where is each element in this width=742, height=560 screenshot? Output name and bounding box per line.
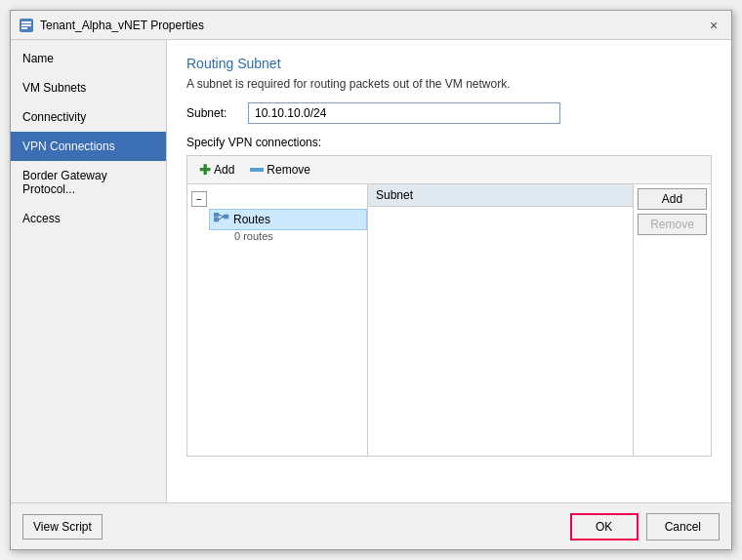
dialog-icon (19, 18, 34, 33)
svg-rect-3 (21, 27, 27, 29)
routes-node-sublabel: 0 routes (234, 230, 367, 242)
toolbar-add-label: Add (214, 163, 234, 177)
subnet-input[interactable] (248, 102, 560, 124)
sidebar-item-connectivity[interactable]: Connectivity (11, 102, 166, 132)
subnet-list-body (368, 207, 633, 456)
ok-button[interactable]: OK (570, 513, 639, 540)
subnet-panel: Subnet Add Remove (368, 184, 711, 456)
sidebar-item-vpn-connections[interactable]: VPN Connections (11, 132, 166, 161)
footer-left: View Script (22, 514, 103, 540)
subnet-field-row: Subnet: (186, 102, 712, 124)
tree-panel: − Routes 0 (187, 184, 368, 456)
footer-right: OK Cancel (570, 513, 720, 540)
tree-node-container: Routes 0 routes (209, 209, 367, 242)
toolbar-add-button[interactable]: ✚ Add (193, 160, 240, 180)
sidebar-item-border-gateway[interactable]: Border Gateway Protocol... (11, 161, 166, 204)
view-script-button[interactable]: View Script (22, 514, 103, 540)
remove-icon (250, 168, 264, 172)
svg-rect-2 (21, 24, 31, 26)
svg-line-8 (219, 217, 224, 220)
section-title: Routing Subnet (186, 56, 712, 71)
svg-rect-6 (224, 215, 228, 219)
section-desc: A subnet is required for routing packets… (186, 77, 712, 91)
content-area: Routing Subnet A subnet is required for … (167, 40, 731, 502)
title-bar: Tenant_Alpha_vNET Properties × (11, 11, 731, 40)
svg-rect-4 (214, 213, 219, 217)
routes-icon (214, 213, 229, 226)
vpn-connections-label: Specify VPN connections: (186, 136, 712, 149)
svg-rect-1 (21, 21, 31, 23)
dialog-body: Name VM Subnets Connectivity VPN Connect… (11, 40, 731, 502)
vpn-toolbar: ✚ Add Remove (186, 155, 712, 183)
tree-root-item: − (187, 188, 367, 209)
subnet-list-area: Subnet (368, 184, 633, 456)
close-button[interactable]: × (704, 16, 723, 35)
title-bar-left: Tenant_Alpha_vNET Properties (19, 18, 204, 33)
dialog-title: Tenant_Alpha_vNET Properties (40, 19, 204, 32)
sidebar: Name VM Subnets Connectivity VPN Connect… (11, 40, 167, 502)
subnet-label: Subnet: (186, 106, 240, 120)
sidebar-item-vm-subnets[interactable]: VM Subnets (11, 73, 166, 102)
subnet-add-button[interactable]: Add (638, 188, 707, 210)
svg-line-7 (219, 215, 224, 217)
sidebar-item-access[interactable]: Access (11, 204, 166, 233)
subnet-actions-panel: Add Remove (633, 184, 711, 456)
dialog-footer: View Script OK Cancel (11, 502, 731, 549)
tree-expand-button[interactable]: − (191, 191, 207, 207)
cancel-button[interactable]: Cancel (646, 513, 720, 540)
svg-rect-5 (214, 218, 219, 221)
subnet-column-header: Subnet (368, 184, 633, 207)
vpn-panel: − Routes 0 (186, 183, 712, 457)
dialog-window: Tenant_Alpha_vNET Properties × Name VM S… (10, 10, 732, 550)
subnet-remove-button[interactable]: Remove (638, 214, 707, 235)
sidebar-item-name[interactable]: Name (11, 44, 166, 73)
add-icon: ✚ (199, 162, 211, 178)
routes-tree-node[interactable]: Routes (209, 209, 367, 230)
toolbar-remove-button[interactable]: Remove (244, 161, 316, 179)
toolbar-remove-label: Remove (267, 163, 310, 177)
routes-node-label: Routes (233, 213, 270, 226)
